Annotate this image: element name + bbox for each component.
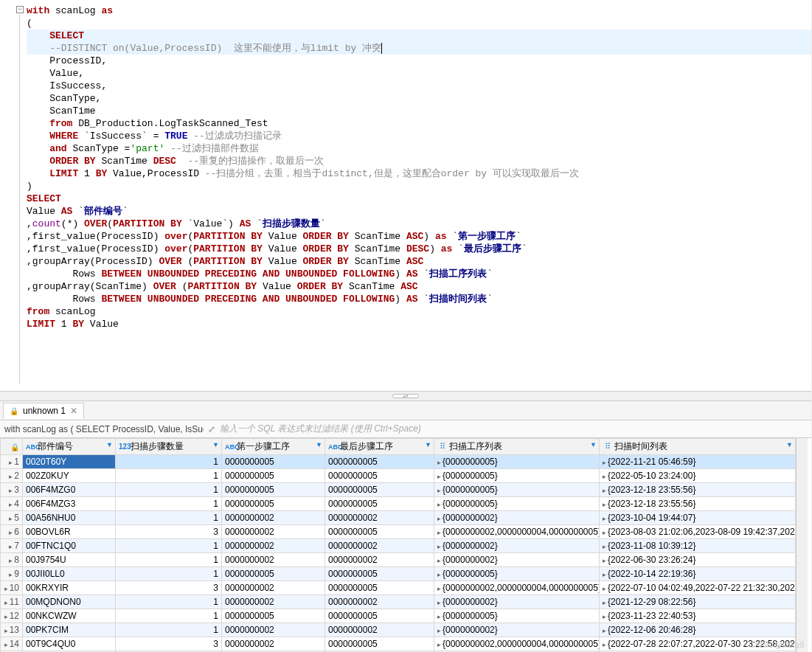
filter-dropdown-icon: ▼ <box>316 441 322 448</box>
table-row[interactable]: ▸4006F4MZG3100000000050000000005▸{000000… <box>1 497 796 511</box>
filter-dropdown-icon: ▼ <box>786 441 793 448</box>
lock-icon: 🔒 <box>10 443 19 451</box>
text-type-icon: ABC <box>26 443 36 451</box>
table-row[interactable]: ▸600BOVL6R300000000020000000005▸{0000000… <box>1 525 796 539</box>
filter-dropdown-icon: ▼ <box>425 441 431 448</box>
number-type-icon: 123 <box>119 443 129 451</box>
table-row[interactable]: ▸2002Z0KUY100000000050000000005▸{0000000… <box>1 469 796 483</box>
table-row[interactable]: ▸500A56NHU0100000000020000000002▸{000000… <box>1 511 796 525</box>
col-header-firststep[interactable]: ABC第一步骤工序▼ <box>222 439 325 455</box>
header-row: 🔒 ABC部件编号▼ 123扫描步骤数量▼ ABC第一步骤工序▼ ABC最后步骤… <box>1 439 796 455</box>
filter-bar: with scanLog as ( SELECT ProcessID, Valu… <box>0 420 811 438</box>
table-row[interactable]: ▸3006F4MZG0100000000050000000005▸{000000… <box>1 483 796 497</box>
text-type-icon: ABC <box>328 443 339 451</box>
table-row[interactable]: ▸1400T9C4QU0300000000020000000005▸{00000… <box>1 637 796 651</box>
col-header-partno[interactable]: ABC部件编号▼ <box>23 439 116 455</box>
results-tab[interactable]: 🔒 unknown 1 ✕ <box>3 403 84 419</box>
table-row[interactable]: ▸800J9754U100000000020000000002▸{0000000… <box>1 553 796 567</box>
col-header-steplist[interactable]: ⠿扫描工序列表▼ <box>434 439 600 455</box>
fold-toggle-icon[interactable]: − <box>16 6 24 13</box>
filter-dropdown-icon: ▼ <box>106 441 113 448</box>
col-header-stepcount[interactable]: 123扫描步骤数量▼ <box>116 439 222 455</box>
table-row[interactable]: ▸1000KRXYIR300000000020000000005▸{000000… <box>1 581 796 595</box>
filter-dropdown-icon: ▼ <box>590 441 597 448</box>
array-type-icon: ⠿ <box>437 442 448 451</box>
lock-icon: 🔒 <box>10 407 18 415</box>
rownum-header[interactable]: 🔒 <box>1 439 23 455</box>
query-preview: with scanLog as ( SELECT ProcessID, Valu… <box>4 424 204 434</box>
table-row[interactable]: ▸900JII0LL0100000000050000000005▸{000000… <box>1 567 796 581</box>
table-row[interactable]: ▸1100MQDNON0100000000020000000002▸{00000… <box>1 595 796 609</box>
pane-splitter[interactable]: ▲▼ <box>0 391 811 401</box>
table-row[interactable]: ▸10020T60Y100000000050000000005▸{0000000… <box>1 455 796 469</box>
results-tab-bar: 🔒 unknown 1 ✕ <box>0 401 811 420</box>
tab-label: unknown 1 <box>23 406 66 416</box>
vertical-scrollbar[interactable] <box>796 438 808 652</box>
col-header-laststep[interactable]: ABC最后步骤工序▼ <box>325 439 434 455</box>
watermark: CSDN @kaka9 <box>749 640 804 649</box>
array-type-icon: ⠿ <box>603 442 613 451</box>
close-icon[interactable]: ✕ <box>70 406 77 416</box>
fold-guide <box>19 15 20 384</box>
filter-dropdown-icon: ▼ <box>212 441 219 448</box>
results-grid[interactable]: 🔒 ABC部件编号▼ 123扫描步骤数量▼ ABC第一步骤工序▼ ABC最后步骤… <box>0 438 796 652</box>
expand-icon[interactable]: ⤢ <box>208 424 215 434</box>
filter-hint[interactable]: 输入一个 SQL 表达式来过滤结果 (使用 Ctrl+Space) <box>220 423 421 435</box>
table-row[interactable]: ▸1200NKCWZW100000000050000000005▸{000000… <box>1 609 796 623</box>
col-header-timelist[interactable]: ⠿扫描时间列表▼ <box>600 439 796 455</box>
text-type-icon: ABC <box>225 443 235 451</box>
table-row[interactable]: ▸700FTNC1Q0100000000020000000002▸{000000… <box>1 539 796 553</box>
sql-editor[interactable]: − with scanLog as ( SELECT --DISTINCT on… <box>0 0 811 391</box>
table-row[interactable]: ▸1300PK7CIM100000000020000000002▸{000000… <box>1 623 796 637</box>
